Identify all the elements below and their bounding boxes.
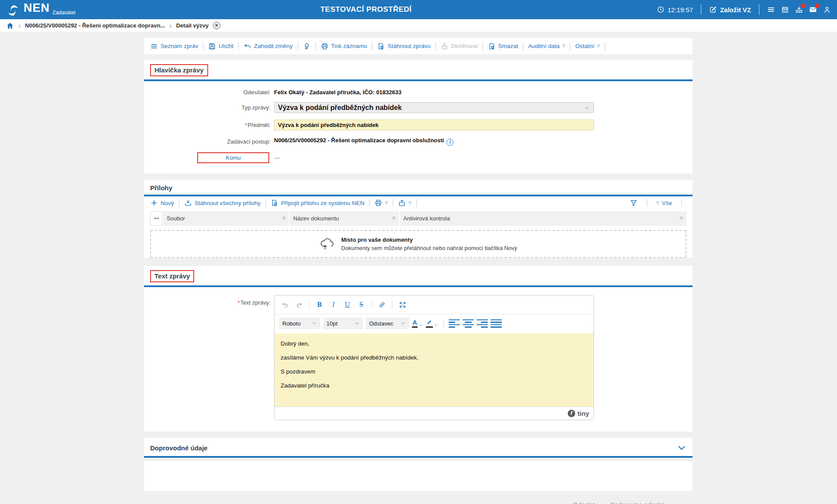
message-header-section: Hlavička zprávy Odesílatel: Felix Okátý … [144, 60, 693, 174]
message-list-button[interactable]: Seznam zpráv [150, 42, 198, 50]
subject-input[interactable]: Výzva k podání předběžných nabídek [274, 120, 594, 130]
filter-triangle-icon[interactable]: ▽ [282, 216, 285, 220]
align-left-button[interactable] [449, 318, 460, 329]
editor-toolbar-row2: Roboto 10pt Odstavec A [274, 314, 593, 333]
sign-seal-button[interactable] [303, 42, 311, 50]
filter-funnel-icon[interactable] [630, 199, 638, 207]
column-header-antivirus[interactable]: Antivirová kontrola▽ [400, 211, 686, 226]
column-settings-button[interactable] [150, 211, 162, 226]
chevron-down-icon [418, 323, 423, 328]
print-attachments-button[interactable]: ▽ [374, 199, 388, 207]
breadcrumb-separator: › [18, 22, 21, 30]
underline-button[interactable]: U [341, 299, 353, 310]
dropdown-triangle-icon: ▽ [597, 44, 600, 48]
download-all-attachments-button[interactable]: Stáhnout všechny přílohy [184, 199, 261, 207]
environment-title: TESTOVACÍ PROSTŘEDÍ [75, 5, 657, 14]
delete-button[interactable]: Smazat [488, 42, 518, 50]
subject-row: *Předmět: Výzva k podání předběžných nab… [144, 120, 693, 130]
text-color-button[interactable]: A [412, 319, 423, 328]
print-record-button[interactable]: Tisk záznamu [321, 42, 367, 50]
new-attachment-button[interactable]: Nový [150, 199, 174, 207]
close-tab-icon[interactable]: ✕ [213, 22, 220, 29]
tiny-logo-icon [568, 410, 575, 417]
message-text-section: Text zprávy *Text zprávy: B I U [144, 266, 693, 432]
link-icon [378, 301, 386, 309]
attachments-table-header: Soubor▽ Název dokumentu▽ Antivirová kont… [150, 211, 686, 226]
filter-triangle-icon[interactable]: ▽ [392, 216, 395, 220]
breadcrumb-procedure[interactable]: N006/25/V00005292 - Řešení optimalizace … [25, 22, 165, 29]
save-icon [208, 42, 216, 50]
expand-chevron-icon[interactable] [677, 443, 686, 453]
main-menu-button[interactable] [767, 6, 775, 14]
messages-button[interactable] [809, 6, 817, 14]
calendar-button[interactable] [781, 6, 789, 14]
filter-triangle-icon[interactable]: ▽ [680, 216, 683, 220]
plus-icon [150, 199, 158, 207]
info-icon[interactable]: i [446, 139, 453, 146]
font-family-select[interactable]: Roboto [279, 317, 320, 329]
tiny-brand[interactable]: tiny [577, 410, 589, 417]
export-attachments-button[interactable]: ▽ [398, 199, 412, 207]
fullscreen-button[interactable] [396, 299, 408, 310]
brand-name: NEN [24, 2, 50, 14]
filter-all-button[interactable]: ▽ Vše [656, 200, 672, 206]
download-icon [184, 199, 192, 207]
attach-from-nen-button[interactable]: Připojit přílohu ze systému NEN [271, 199, 364, 207]
message-type-select[interactable]: Výzva k podání předběžných nabídek [274, 102, 594, 113]
notification-badge [801, 3, 806, 8]
procedure-row: Zadávací postup: N006/25/V00005292 - Řeš… [144, 137, 693, 146]
section-title-message-header: Hlavička zprávy [150, 64, 208, 76]
footer-actions: Odeslat Podepsat a odeslat [144, 491, 693, 504]
document-gear-icon [377, 42, 385, 50]
discard-changes-button[interactable]: Zahodit změny [244, 42, 293, 50]
download-message-button[interactable]: Stáhnout zprávu [377, 42, 430, 50]
sender-value: Felix Okátý - Zadavatel příručka, IČO: 0… [274, 89, 401, 96]
divider [701, 4, 701, 15]
nen-logo[interactable]: NEN Zadavatel [6, 2, 75, 17]
column-header-nazev[interactable]: Název dokumentu▽ [290, 211, 399, 226]
document-gear-icon [488, 42, 496, 50]
person-icon [823, 6, 831, 14]
chevron-down-icon [401, 321, 406, 326]
inbox-button[interactable] [795, 6, 803, 14]
save-button[interactable]: Uložit [208, 42, 233, 50]
dropdown-triangle-icon: ▽ [656, 201, 659, 205]
send-button[interactable]: Odeslat [573, 501, 595, 504]
seal-icon [303, 42, 311, 50]
attachments-section: Přílohy Nový Stáhnout všechny přílohy Př… [144, 180, 693, 258]
align-right-button[interactable] [477, 318, 488, 329]
message-type-row: Typ zprávy: Výzva k podání předběžných n… [144, 102, 693, 113]
align-justify-button[interactable] [491, 318, 502, 329]
undo-icon [281, 301, 289, 309]
undo-button[interactable] [279, 299, 291, 310]
strikethrough-button[interactable]: S [355, 299, 367, 310]
chevron-down-icon [354, 321, 360, 326]
font-size-select[interactable]: 10pt [323, 317, 363, 329]
redo-button[interactable] [293, 299, 305, 310]
user-profile-button[interactable] [823, 6, 831, 14]
home-icon[interactable] [6, 22, 14, 30]
column-header-soubor[interactable]: Soubor▽ [163, 211, 289, 226]
audit-data-menu[interactable]: Auditní data▽ [528, 43, 565, 49]
sign-and-send-button[interactable]: Podepsat a odeslat [611, 501, 665, 504]
editor-content[interactable]: Dobrý den, zasíláme Vám výzvu k podání p… [274, 333, 593, 407]
unlock-icon [441, 42, 449, 50]
chevron-down-icon [312, 321, 317, 326]
italic-button[interactable]: I [327, 299, 340, 310]
redo-icon [295, 301, 303, 309]
create-vz-button[interactable]: Založit VZ [709, 6, 751, 14]
message-type-label: Typ zprávy: [144, 104, 274, 111]
link-button[interactable] [376, 299, 388, 310]
list-icon [150, 42, 158, 50]
block-format-select[interactable]: Odstavec [366, 317, 409, 329]
section-title-attachments: Přílohy [150, 184, 172, 192]
bold-button[interactable]: B [313, 299, 326, 310]
pen-icon [426, 319, 432, 325]
highlight-color-button[interactable] [426, 319, 439, 328]
editor-paragraph: Dobrý den, [281, 340, 587, 347]
other-menu[interactable]: Ostatní▽ [575, 43, 600, 49]
align-center-button[interactable] [463, 318, 474, 329]
file-dropzone[interactable]: Místo pro vaše dokumenty Dokumenty sem m… [150, 230, 686, 258]
recipients-link[interactable]: Komu [197, 152, 269, 163]
session-time: 12:19:57 [657, 6, 693, 14]
